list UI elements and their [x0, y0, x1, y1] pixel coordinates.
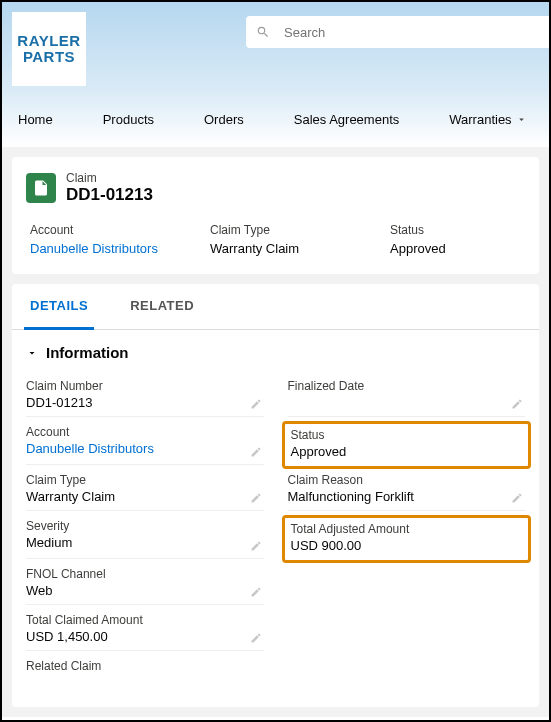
nav-orders[interactable]: Orders — [204, 112, 244, 127]
tab-related[interactable]: RELATED — [124, 284, 200, 329]
edit-icon[interactable] — [250, 492, 262, 504]
field-severity: Severity Medium — [26, 519, 264, 559]
field-total-claimed: Total Claimed Amount USD 1,450.00 — [26, 613, 264, 651]
edit-icon[interactable] — [250, 540, 262, 552]
edit-icon[interactable] — [250, 632, 262, 644]
edit-icon[interactable] — [250, 446, 262, 458]
nav-sales-agreements[interactable]: Sales Agreements — [294, 112, 400, 127]
nav-home[interactable]: Home — [18, 112, 53, 127]
logo[interactable]: RAYLER PARTS — [12, 12, 86, 86]
field-total-adjusted: Total Adjusted Amount USD 900.00 — [291, 522, 523, 556]
summary-account-value[interactable]: Danubelle Distributors — [30, 241, 170, 256]
field-fnol-channel: FNOL Channel Web — [26, 567, 264, 605]
edit-icon[interactable] — [250, 586, 262, 598]
tab-details[interactable]: DETAILS — [24, 284, 94, 330]
nav-bar: Home Products Orders Sales Agreements Wa… — [2, 86, 549, 139]
nav-warranties[interactable]: Warranties — [449, 112, 526, 127]
tab-bar: DETAILS RELATED — [12, 284, 539, 330]
section-toggle-information[interactable]: Information — [26, 344, 525, 361]
search-icon — [256, 25, 270, 39]
account-link[interactable]: Danubelle Distributors — [26, 441, 246, 456]
search-box[interactable] — [246, 16, 549, 48]
field-claim-type: Claim Type Warranty Claim — [26, 473, 264, 511]
search-input[interactable] — [284, 25, 539, 40]
field-related-claim: Related Claim — [26, 659, 264, 693]
field-claim-reason: Claim Reason Malfunctioning Forklift — [288, 473, 526, 511]
claim-icon — [26, 173, 56, 203]
field-status: Status Approved — [291, 428, 523, 462]
nav-products[interactable]: Products — [103, 112, 154, 127]
summary-account-label: Account — [30, 223, 170, 237]
section-title: Information — [46, 344, 129, 361]
object-label: Claim — [66, 171, 153, 185]
edit-icon[interactable] — [250, 398, 262, 410]
summary-status-label: Status — [390, 223, 530, 237]
summary-claimtype-value: Warranty Claim — [210, 241, 350, 256]
edit-icon[interactable] — [511, 492, 523, 504]
edit-icon[interactable] — [511, 398, 523, 410]
chevron-down-icon — [26, 347, 38, 359]
field-status-highlight: Status Approved — [288, 425, 526, 465]
summary-status-value: Approved — [390, 241, 530, 256]
chevron-down-icon — [516, 114, 527, 125]
record-header: Claim DD1-01213 Account Danubelle Distri… — [12, 157, 539, 274]
field-claim-number: Claim Number DD1-01213 — [26, 379, 264, 417]
field-total-adjusted-highlight: Total Adjusted Amount USD 900.00 — [288, 519, 526, 559]
field-finalized-date: Finalized Date — [288, 379, 526, 417]
summary-claimtype-label: Claim Type — [210, 223, 350, 237]
field-account: Account Danubelle Distributors — [26, 425, 264, 465]
record-name: DD1-01213 — [66, 185, 153, 205]
